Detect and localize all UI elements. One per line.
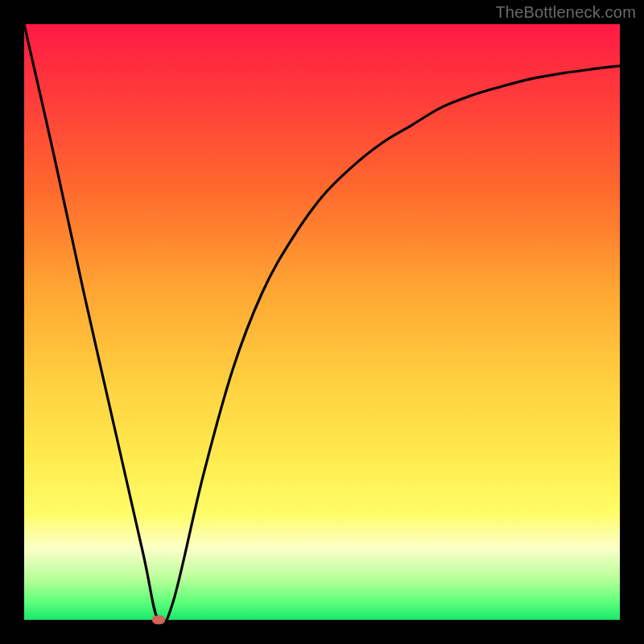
curve-path (24, 24, 620, 620)
chart-stage: TheBottleneck.com (0, 0, 644, 644)
plot-area (24, 24, 620, 620)
attribution-text: TheBottleneck.com (495, 3, 636, 22)
bottleneck-curve (24, 24, 620, 620)
minimum-marker (152, 616, 165, 625)
